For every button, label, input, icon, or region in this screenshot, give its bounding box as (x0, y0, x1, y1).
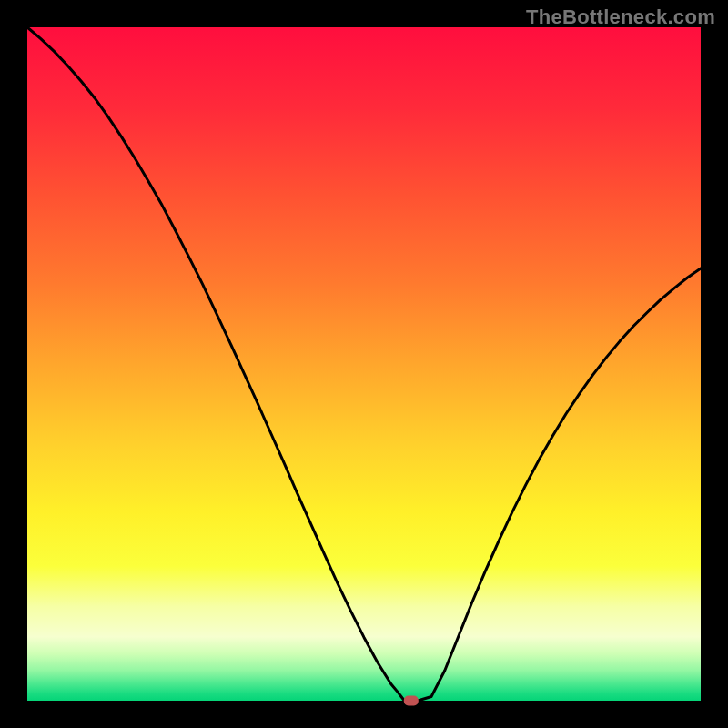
bottleneck-chart (0, 0, 728, 728)
optimal-point-marker (404, 696, 419, 706)
chart-stage: TheBottleneck.com (0, 0, 728, 728)
watermark-text: TheBottleneck.com (526, 5, 715, 29)
